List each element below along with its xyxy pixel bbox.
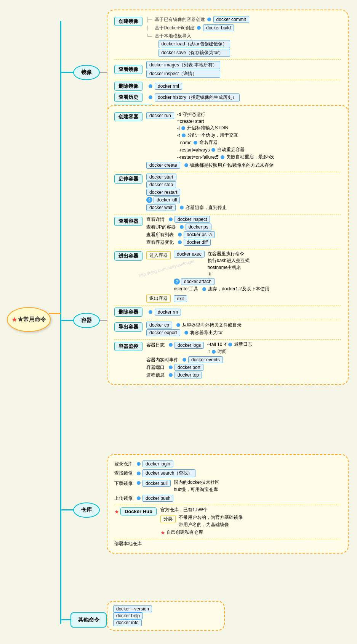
cmd-history: docker history（指定镜像的生成历史） [155,93,240,101]
enter-exit-section: 进出容器 进入容器 docker exec 在容器里执行命令 执行bash进入交… [114,251,341,303]
nsenter-text: nsenter工具 [174,286,198,292]
docker-run-row: docker run -d 守护态运行 =create+start -i 开启标… [146,111,274,160]
start-stop-section: 启停容器 docker start docker stop docker res… [114,174,341,211]
divider8 [114,339,341,340]
run-restart: --restart=always [177,147,210,153]
local-registry-row: 部署本地仓库 [114,541,341,547]
cmd-login: docker login [142,460,173,467]
cmd-inspect-image: docker inspect（详情） [146,70,220,78]
private-row: ★ 自己创建私有仓库 [160,529,243,536]
dot-create [184,163,188,167]
branch-line3: └─ [146,34,152,39]
top-row: 进程信息 docker top [146,372,252,378]
start-stop-items: docker start docker stop docker restart … [146,174,227,211]
run-failure-desc: 失败自动重启，最多5次 [226,154,275,160]
dot-pull [137,481,141,485]
dockerhub-tree: 官方仓库，已有1.5W个 分类 不带用户名的，为官方基础镜像 带用户名的，为基础… [160,507,243,536]
export-container-section: 导出容器 docker cp 从容器里向外拷贝文件或目录 docker expo… [114,322,341,336]
run-name-desc: 命名容器 [199,139,218,146]
ps-a-text: 查看所有列表 [146,232,174,238]
history-image-row: 查看历史 docker history（指定镜像的生成历史） [114,93,341,102]
cmd-stop: docker stop [146,181,176,188]
run-opt5: --name 命名容器 [177,139,275,146]
monitor-items: 容器日志 docker logs --tail 10 -f 最新日志 -t 时间 [146,341,252,378]
wait-desc: 容器阻塞，直到停止 [186,204,227,211]
other-item1: docker --version [113,606,218,612]
exec-options: 在容器里执行命令 执行bash进入交互式 hostname主机名 -ti [208,251,250,277]
image-to-cloud-line [100,72,107,73]
cp-desc: 从容器里向外拷贝文件或目录 [182,322,242,328]
export-row: docker export 将容器导出为tar [146,329,242,336]
cmd-create: docker create [146,162,180,169]
run-opt4: -t 分配一个伪tty，用于交互 [177,132,275,138]
pull-note2: hub慢，可用淘宝仓库 [174,486,219,493]
view-image-items: docker images（列表-本地所有） docker inspect（详情… [146,61,220,78]
run-t: -t [177,133,180,138]
search-row: 查找镜像 docker search（查找） [114,469,341,477]
registry-branch-node: 仓库 [73,502,100,518]
cmd-diff: docker diff [184,239,211,246]
dot-i [181,126,185,130]
classify-items: 不带用户名的，为官方基础镜像 带用户名的，为基础镜像 [179,514,243,528]
exec-opt1: 在容器里执行命令 [208,251,250,257]
root-h-connector [49,313,61,314]
cmd-exit: exit [174,295,187,302]
dot-ps [180,225,184,229]
events-row: 容器内实时事件 docker events [146,356,252,363]
create-desc: 镜像都是按照用户名/镜像名的方式来存储 [190,162,274,169]
docker-create-row: docker create 镜像都是按照用户名/镜像名的方式来存储 [146,162,274,169]
tail-row: --tail 10 -f 最新日志 [207,341,252,348]
divider10 [114,539,341,539]
run-opt6: --restart=always 自动重启容器 [177,147,275,153]
run-name: --name [177,140,192,145]
cmd-build: docker build [203,24,234,31]
inspect-container-label: 查看容器 [114,217,142,226]
dot-restart [211,148,215,152]
pull-note1: 国内的docker技术社区 [174,479,219,486]
dot-wait [180,206,184,209]
port-row: 容器端口 docker port [146,364,252,371]
divider7 [114,320,341,320]
diff-text: 查看容器变化 [146,239,174,246]
search-text: 查找镜像 [114,470,133,477]
view-image-row: 查看镜像 docker images（列表-本地所有） docker inspe… [114,61,341,78]
divider5 [114,249,341,249]
exec-row: docker exec 在容器里执行命令 执行bash进入交互式 hostnam… [174,251,269,277]
run-opt3: -i 开启标准输入STDIN [177,125,275,131]
dot-t [182,134,186,137]
row-build: ├─ 基于DockerFile创建 docker build [146,24,249,31]
dot2 [197,26,201,30]
cmd-logs: docker logs [174,342,204,349]
nsenter-row: nsenter工具 废弃，docker1.2及以下本使用 [174,286,269,292]
create-container-tree: docker run -d 守护态运行 =create+start -i 开启标… [146,111,274,169]
cmd-pull: docker pull [142,480,171,487]
classify-label: 分类 [160,515,176,523]
branch-line2: ├─ [146,26,152,30]
other-item2: docker help [113,613,218,618]
dockerhub-official: 官方仓库，已有1.5W个 [160,507,243,513]
other-section-cloud: docker --version docker help docker info [107,601,225,631]
delete-image-row: 删除镜像 docker rmi [114,82,341,91]
registry-branch-label: 仓库 [81,507,92,514]
container-branch-label: 容器 [81,317,92,324]
star-dockerhub: ★ [114,509,119,515]
cmd-top: docker top [174,372,202,378]
push-row: 上传镜像 docker push [114,495,341,502]
cmd-attach: docker attach [181,278,215,285]
create-container-section: 创建容器 docker run -d 守护态运行 =create+start -… [114,111,341,169]
run-i-desc: 开启标准输入STDIN [187,125,228,131]
divider2 [114,80,341,80]
monitor-section: 容器监控 容器日志 docker logs --tail 10 -f 最新日志 [114,341,341,378]
dot-logs [169,343,173,347]
exit-container-row: 退出容器 exit [146,295,269,303]
commit-text: 基于已有镜像的容器创建 [155,16,205,23]
cmd-rmi: docker rmi [155,83,182,90]
cmd-exec: docker exec [174,251,205,258]
history-image-label: 查看历史 [114,93,142,102]
create-container-row: 创建容器 docker run -d 守护态运行 =create+start -… [114,111,341,169]
ps-text: 查看UP的容器 [146,224,176,230]
cmd-push: docker push [142,495,173,502]
dot-search [137,472,141,475]
cmd-help: docker help [113,612,143,619]
inspect-detail-text: 查看详情 [146,216,165,223]
